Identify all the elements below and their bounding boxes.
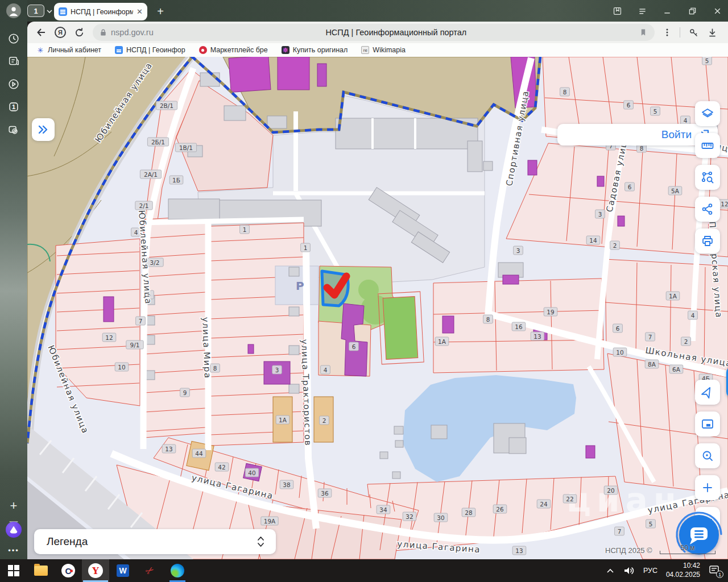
svg-text:1В/1: 1В/1 bbox=[179, 144, 193, 151]
svg-text:3: 3 bbox=[516, 247, 520, 254]
tabs-count-icon[interactable]: 1 bbox=[7, 100, 20, 114]
re-icon: re bbox=[361, 46, 369, 54]
locate-button[interactable] bbox=[695, 380, 720, 405]
chevron-down-icon[interactable] bbox=[46, 9, 53, 14]
map-attribution: НСПД 2025 © bbox=[605, 546, 652, 555]
more-options-icon[interactable] bbox=[663, 28, 672, 37]
profile-avatar[interactable] bbox=[6, 3, 21, 18]
selected-parcel[interactable] bbox=[322, 271, 348, 306]
print-button[interactable] bbox=[695, 228, 720, 253]
share-icon bbox=[701, 202, 714, 216]
tab-group-badge[interactable]: 1 bbox=[27, 5, 44, 17]
screenshot-icon[interactable] bbox=[7, 123, 20, 137]
browser-tab[interactable]: НСПД | Геоинформаци ✕ bbox=[54, 3, 147, 20]
expand-panel-button[interactable] bbox=[32, 118, 55, 141]
sidebar-tab-count: 1 bbox=[12, 103, 15, 110]
svg-text:42: 42 bbox=[218, 464, 225, 471]
plus-icon bbox=[701, 481, 714, 494]
scissors-icon: ✂ bbox=[143, 563, 158, 579]
address-bar[interactable]: nspd.gov.ru НСПД | Геоинформационный пор… bbox=[93, 24, 655, 41]
refresh-icon[interactable] bbox=[74, 27, 85, 38]
c-app-icon: C bbox=[61, 564, 75, 577]
tab-favicon bbox=[59, 7, 67, 16]
svg-text:9: 9 bbox=[183, 389, 187, 396]
bookmark-item[interactable]: ✽ Купить оригинал bbox=[282, 46, 348, 54]
svg-text:8: 8 bbox=[640, 145, 644, 152]
browser-sidebar: 1 + ••• bbox=[0, 0, 27, 559]
svg-text:13: 13 bbox=[165, 446, 172, 452]
yandex-services-icon[interactable]: Я bbox=[55, 27, 66, 38]
svg-text:9/1: 9/1 bbox=[130, 342, 140, 348]
document-icon bbox=[115, 46, 123, 54]
bookmarks-panel-icon[interactable] bbox=[613, 6, 622, 16]
svg-text:24: 24 bbox=[540, 501, 548, 508]
layers-button[interactable] bbox=[695, 101, 720, 126]
sidebar-more-icon[interactable]: ••• bbox=[7, 543, 20, 557]
svg-text:28: 28 bbox=[465, 509, 472, 516]
bookmark-flag-icon[interactable] bbox=[639, 28, 648, 37]
share-button[interactable] bbox=[695, 197, 720, 222]
parking-label: Р bbox=[296, 279, 304, 293]
bookmark-item[interactable]: re Wikimapia bbox=[361, 46, 406, 54]
svg-text:26: 26 bbox=[496, 506, 504, 513]
language-indicator[interactable]: РУС bbox=[643, 567, 657, 575]
word-icon: W bbox=[117, 564, 129, 577]
c-app-button[interactable]: C bbox=[55, 559, 82, 582]
notes-icon[interactable] bbox=[7, 55, 20, 68]
new-tab-button[interactable]: + bbox=[154, 5, 167, 18]
alice-assistant-icon[interactable] bbox=[6, 522, 22, 538]
history-icon[interactable] bbox=[7, 32, 20, 45]
bookmark-item[interactable]: НСПД | Геоинфор bbox=[115, 46, 185, 54]
restore-icon[interactable] bbox=[688, 6, 697, 16]
video-play-icon[interactable] bbox=[7, 77, 20, 91]
legend-label: Легенда bbox=[47, 535, 257, 548]
word-button[interactable]: W bbox=[109, 559, 136, 582]
measure-button[interactable] bbox=[695, 133, 720, 158]
start-button[interactable] bbox=[0, 559, 27, 582]
svg-text:32: 32 bbox=[406, 513, 413, 520]
key-icon[interactable] bbox=[688, 27, 699, 38]
file-explorer-button[interactable] bbox=[27, 559, 55, 582]
map-canvas[interactable]: циан Р 2В/12Б/11В/12А/11Б2/143/257129/11… bbox=[27, 57, 728, 559]
svg-text:38: 38 bbox=[283, 481, 290, 488]
bookmark-item[interactable]: Маркетплейс бре bbox=[199, 46, 268, 54]
edge-button[interactable] bbox=[164, 559, 191, 582]
zoom-in-button[interactable] bbox=[695, 475, 720, 500]
system-tray: РУС 10:42 04.02.2025 1 bbox=[606, 562, 728, 579]
tray-expand-icon[interactable] bbox=[606, 567, 615, 574]
legend-expand-icon[interactable] bbox=[257, 535, 264, 548]
asterisk-icon: ✳ bbox=[36, 46, 44, 54]
svg-text:8: 8 bbox=[563, 89, 567, 95]
map-search-button[interactable] bbox=[695, 443, 720, 468]
svg-text:2: 2 bbox=[613, 242, 617, 249]
tab-close-icon[interactable]: ✕ bbox=[136, 7, 143, 16]
svg-text:2А/1: 2А/1 bbox=[144, 171, 158, 178]
svg-text:8: 8 bbox=[213, 365, 217, 372]
snipping-tool-button[interactable]: ✂ bbox=[136, 559, 164, 582]
download-icon[interactable] bbox=[707, 27, 718, 38]
minimize-icon[interactable] bbox=[663, 6, 672, 16]
mini-map-icon bbox=[701, 417, 714, 431]
svg-text:12: 12 bbox=[721, 201, 728, 207]
svg-text:1А: 1А bbox=[438, 338, 446, 345]
yandex-browser-button[interactable]: Y bbox=[82, 559, 109, 582]
red-circle-icon bbox=[199, 46, 207, 54]
ruler-icon bbox=[701, 139, 714, 152]
legend-panel[interactable]: Легенда bbox=[34, 529, 276, 554]
svg-text:20: 20 bbox=[607, 487, 614, 494]
bookmark-item[interactable]: ✳ Личный кабинет bbox=[36, 46, 101, 54]
volume-icon[interactable] bbox=[623, 566, 635, 576]
login-button[interactable]: Войти bbox=[557, 124, 718, 146]
notifications-button[interactable]: 1 bbox=[709, 565, 721, 576]
back-icon[interactable] bbox=[35, 27, 47, 38]
mini-map-button[interactable] bbox=[695, 411, 720, 436]
clock[interactable]: 10:42 04.02.2025 bbox=[666, 562, 700, 579]
svg-text:44: 44 bbox=[195, 450, 203, 457]
close-icon[interactable] bbox=[713, 6, 722, 16]
svg-text:3: 3 bbox=[598, 211, 602, 218]
svg-text:30: 30 bbox=[437, 514, 444, 521]
svg-text:10: 10 bbox=[118, 364, 125, 371]
object-search-button[interactable] bbox=[695, 165, 720, 190]
menu-icon[interactable] bbox=[638, 6, 647, 16]
sidebar-add-icon[interactable]: + bbox=[7, 499, 20, 513]
